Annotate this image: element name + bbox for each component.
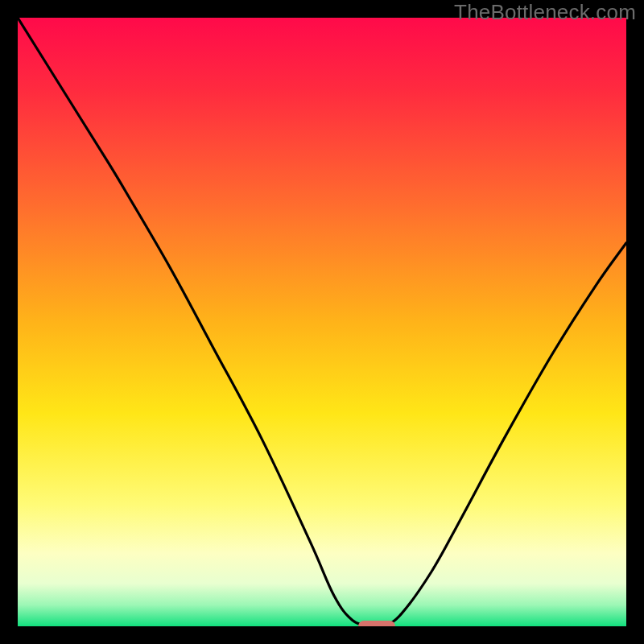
gradient-background — [18, 18, 626, 626]
chart-svg — [18, 18, 626, 626]
chart-plot-area — [18, 18, 626, 626]
attribution-label: TheBottleneck.com — [454, 0, 636, 25]
optimal-marker — [358, 621, 394, 626]
chart-frame: TheBottleneck.com — [0, 0, 644, 644]
